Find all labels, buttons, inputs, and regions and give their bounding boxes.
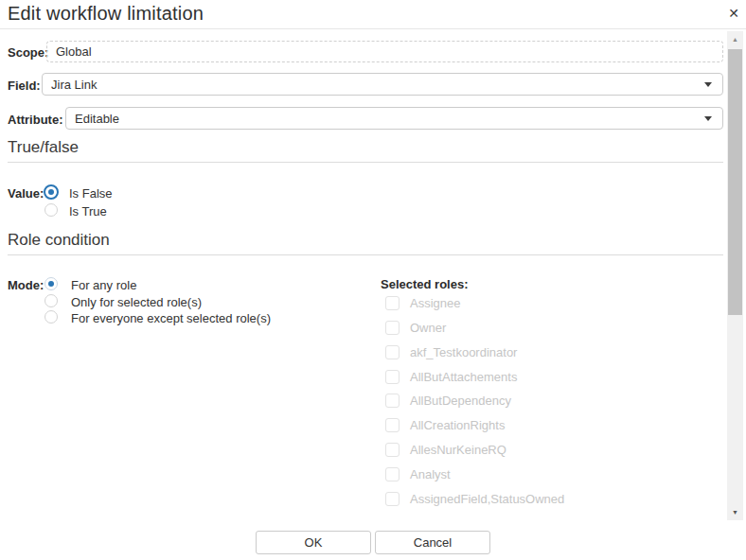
radio-is-false[interactable] <box>44 184 59 200</box>
field-dropdown-value: Jira Link <box>51 78 97 92</box>
checkbox-allcreationrights <box>385 418 400 432</box>
dialog-title: Edit workflow limitation <box>8 3 204 25</box>
checkbox-akf-testkoordinator <box>385 345 400 359</box>
checkbox-assignee <box>385 296 400 310</box>
checkbox-allbutdependency <box>385 394 400 408</box>
section-heading-role-condition: Role condition <box>8 231 110 250</box>
section-heading-true-false: True/false <box>8 138 79 157</box>
checkbox-owner <box>385 321 400 335</box>
role-row: AllButDependency <box>385 393 511 408</box>
ok-button[interactable]: OK <box>256 531 371 554</box>
radio-only-selected-roles[interactable] <box>44 294 58 307</box>
scope-label: Scope: <box>8 45 48 60</box>
radio-is-true[interactable] <box>44 203 58 217</box>
role-row: akf_Testkoordinator <box>385 344 517 359</box>
vertical-scrollbar[interactable]: ▲ ▼ <box>727 31 743 520</box>
close-icon[interactable]: ✕ <box>723 3 744 24</box>
role-label: Owner <box>410 321 446 335</box>
value-label: Value: <box>8 186 44 201</box>
role-row: AllButAttachements <box>385 369 517 384</box>
role-label: Assignee <box>410 296 460 310</box>
cancel-button[interactable]: Cancel <box>375 531 490 554</box>
attribute-dropdown[interactable]: Editable <box>65 107 723 130</box>
role-label: AllButAttachements <box>410 370 517 384</box>
radio-for-any-role[interactable] <box>44 277 58 290</box>
checkbox-assignedfield-statusowned <box>385 492 400 506</box>
role-row: Owner <box>385 320 446 335</box>
role-label: akf_Testkoordinator <box>410 345 517 359</box>
checkbox-allesnurkeinerq <box>385 443 400 457</box>
role-row: Assignee <box>385 295 460 310</box>
role-row: AllesNurKeineRQ <box>385 442 506 457</box>
role-row: Analyst <box>385 466 451 481</box>
role-label: AllesNurKeineRQ <box>410 443 506 457</box>
attribute-label: Attribute: <box>8 113 63 127</box>
section-divider <box>8 162 723 163</box>
radio-only-selected-roles-label[interactable]: Only for selected role(s) <box>71 295 202 309</box>
scope-field: Global <box>46 41 723 62</box>
role-label: AllCreationRights <box>410 418 505 432</box>
radio-is-false-label[interactable]: Is False <box>69 186 113 201</box>
selected-roles-label: Selected roles: <box>381 277 469 291</box>
checkbox-analyst <box>385 467 400 481</box>
role-label: Analyst <box>410 467 451 481</box>
radio-dot <box>48 281 54 287</box>
checkbox-allbutattachements <box>385 370 400 384</box>
chevron-down-icon <box>704 116 712 121</box>
field-dropdown[interactable]: Jira Link <box>42 73 723 96</box>
radio-everyone-except-selected[interactable] <box>44 310 58 324</box>
section-divider <box>8 254 723 255</box>
role-label: AssignedField,StatusOwned <box>410 492 564 506</box>
radio-for-any-role-label[interactable]: For any role <box>71 278 136 292</box>
radio-is-true-label[interactable]: Is True <box>69 204 107 219</box>
chevron-down-icon <box>704 82 712 87</box>
role-row: AllCreationRights <box>385 417 505 432</box>
radio-dot <box>48 189 54 195</box>
field-label: Field: <box>8 79 41 93</box>
scroll-up-icon[interactable]: ▲ <box>727 31 743 47</box>
radio-everyone-except-selected-label[interactable]: For everyone except selected role(s) <box>71 311 271 325</box>
role-label: AllButDependency <box>410 394 511 408</box>
mode-label: Mode: <box>8 278 44 292</box>
attribute-dropdown-value: Editable <box>75 112 119 126</box>
scrollbar-thumb[interactable] <box>728 49 742 315</box>
header-divider <box>0 28 746 29</box>
scroll-down-icon[interactable]: ▼ <box>727 504 743 520</box>
role-row: AssignedField,StatusOwned <box>385 491 564 506</box>
